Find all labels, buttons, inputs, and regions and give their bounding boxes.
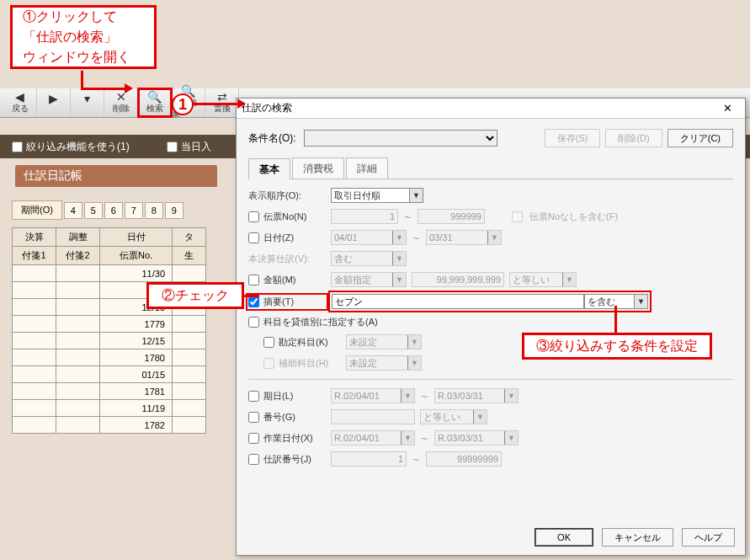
callout-1-arrow <box>81 71 83 88</box>
condition-select[interactable] <box>304 130 497 147</box>
sagyo-date-checkbox[interactable] <box>248 433 259 444</box>
kijitsu-checkbox[interactable] <box>248 391 259 402</box>
date-checkbox[interactable] <box>248 232 259 243</box>
table-row[interactable]: 11/30 <box>13 265 206 282</box>
bango-checkbox[interactable] <box>248 412 259 423</box>
period-tab-5[interactable]: 5 <box>84 202 103 219</box>
delete-button[interactable]: ✕ 削除 <box>104 88 138 117</box>
period-tab-7[interactable]: 7 <box>125 202 143 219</box>
callout-3: ③絞り込みする条件を設定 <box>522 333 712 360</box>
table-row[interactable]: 12/15 <box>13 333 206 349</box>
hojo-checkbox <box>263 358 274 369</box>
search-button[interactable]: 🔍 検索 <box>138 88 172 117</box>
date-from[interactable]: 04/01▼ <box>331 230 407 245</box>
condition-row: 条件名(O): 保存(S) 削除(D) クリア(C) <box>248 129 733 147</box>
condition-label: 条件名(O): <box>248 131 299 146</box>
callout-3-arrow <box>614 306 617 334</box>
period-tab-6[interactable]: 6 <box>104 202 123 219</box>
period-tab-4[interactable]: 4 <box>64 202 82 219</box>
table-row[interactable]: 11/19 <box>13 400 206 417</box>
include-no-denpyo-checkbox <box>512 211 523 222</box>
replace-icon: ⇄ <box>217 91 227 103</box>
back-button[interactable]: ◀ 戻る <box>3 88 37 117</box>
shiwake-no-to[interactable] <box>426 451 502 467</box>
callout-1-number: 1 <box>172 93 194 115</box>
table-header-row2: 付箋1 付箋2 伝票No. 生 <box>13 247 206 265</box>
use-filter-checkbox[interactable] <box>12 141 23 152</box>
table-row[interactable]: 01/15 <box>13 366 206 383</box>
kanjo-checkbox[interactable] <box>263 337 274 348</box>
drop-button[interactable]: ▾ <box>71 88 104 117</box>
save-button[interactable]: 保存(S) <box>545 129 601 147</box>
tab-detail[interactable]: 詳細 <box>346 157 388 179</box>
dialog-title: 仕訳の検索 <box>242 101 715 115</box>
kamoku-debit-checkbox[interactable] <box>248 317 259 328</box>
hojo-select: 未設定▼ <box>346 355 422 371</box>
table-row[interactable]: 1779 <box>13 316 206 333</box>
dialog-button-row: OK キャンセル ヘルプ <box>535 528 735 547</box>
bango-input[interactable] <box>331 409 415 424</box>
kijitsu-from[interactable]: R.02/04/01▼ <box>331 388 415 403</box>
delete-button[interactable]: 削除(D) <box>605 129 662 147</box>
honkessan-select: 含む▼ <box>331 251 407 266</box>
denpyo-no-checkbox[interactable] <box>248 211 259 222</box>
honkessan-label: 本決算仕訳(V): <box>248 253 326 265</box>
table-header-row1: 決算 調整 日付 タ <box>13 228 206 247</box>
tab-tax[interactable]: 消費税 <box>292 157 344 179</box>
date-to[interactable]: 03/31▼ <box>426 230 502 245</box>
chevron-down-icon: ▼ <box>409 189 423 202</box>
tekiyo-checkbox[interactable] <box>248 296 259 307</box>
ok-button[interactable]: OK <box>535 528 593 547</box>
callout-2: ②チェック <box>146 282 244 309</box>
tekiyo-input[interactable] <box>332 294 584 309</box>
amount-cond-select[interactable]: と等しい▼ <box>509 272 577 287</box>
kanjo-select[interactable]: 未設定▼ <box>346 334 422 349</box>
clear-button[interactable]: クリア(C) <box>668 129 733 147</box>
drop-icon: ▾ <box>84 93 90 104</box>
display-order-label: 表示順序(O): <box>248 189 326 202</box>
use-filter-label: 絞り込み機能を使う(1) <box>26 140 130 154</box>
close-icon[interactable]: ✕ <box>715 100 740 117</box>
table-row[interactable]: 1780 <box>13 349 206 366</box>
period-row: 期間(O) 4 5 6 7 8 9 <box>12 200 184 220</box>
sagyo-date-to[interactable]: R.03/03/31▼ <box>434 430 519 445</box>
today-checkbox[interactable] <box>167 141 178 152</box>
period-tab-9[interactable]: 9 <box>165 202 184 219</box>
amount-checkbox[interactable] <box>248 275 259 285</box>
tab-row: 基本 消費税 詳細 <box>248 157 733 179</box>
main-window: ◀ 戻る ▶ ▾ ✕ 削除 🔍 検索 🔍 検索結果 ⇄ 置換 絞 <box>0 0 750 560</box>
table-row[interactable]: 1781 <box>13 383 206 400</box>
help-button[interactable]: ヘルプ <box>682 528 735 547</box>
search-icon: 🔍 <box>147 91 162 103</box>
callout-1: ①クリックして 「仕訳の検索」 ウィンドウを開く <box>10 5 157 69</box>
denpyo-no-from[interactable] <box>331 209 398 224</box>
bango-cond-select[interactable]: と等しい▼ <box>420 409 487 424</box>
tab-basic[interactable]: 基本 <box>248 158 290 179</box>
amount-value[interactable] <box>412 272 504 287</box>
shiwake-no-checkbox[interactable] <box>248 454 259 465</box>
today-label: 当日入 <box>181 140 211 154</box>
kijitsu-to[interactable]: R.03/03/31▼ <box>434 388 519 403</box>
search-dialog: 仕訳の検索 ✕ 条件名(O): 保存(S) 削除(D) クリア(C) 基本 消費… <box>236 98 746 556</box>
denpyo-no-to[interactable] <box>418 209 485 224</box>
journal-table: 決算 調整 日付 タ 付箋1 付箋2 伝票No. 生 11/3012/15177… <box>12 227 206 434</box>
cancel-button[interactable]: キャンセル <box>602 528 673 547</box>
fwd-icon: ▶ <box>49 93 58 104</box>
callout-2-arrow <box>244 295 259 297</box>
shiwake-no-from[interactable] <box>331 451 407 467</box>
period-tab-8[interactable]: 8 <box>145 202 163 219</box>
journal-title: 仕訳日記帳 <box>15 165 217 187</box>
period-label[interactable]: 期間(O) <box>12 200 62 220</box>
fwd-button[interactable]: ▶ <box>37 88 71 117</box>
sagyo-date-from[interactable]: R.02/04/01▼ <box>331 430 415 445</box>
table-row[interactable]: 1782 <box>13 417 206 434</box>
dialog-titlebar: 仕訳の検索 ✕ <box>237 99 745 119</box>
amount-type-select[interactable]: 金額指定▼ <box>331 272 407 287</box>
display-order-select[interactable]: 取引日付順▼ <box>331 188 423 203</box>
back-icon: ◀ <box>15 91 24 103</box>
